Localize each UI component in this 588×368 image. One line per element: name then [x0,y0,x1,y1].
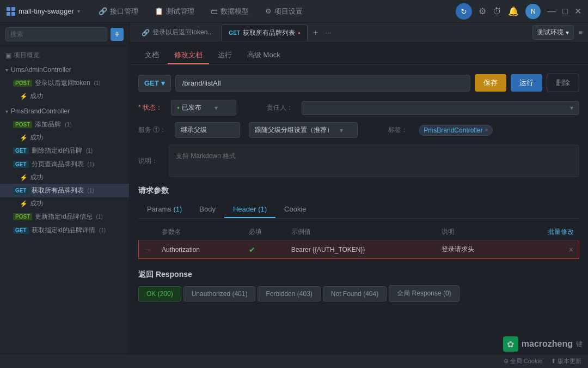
main-area: + ▣ 项目概览 ▾ UmsAdminController POST 登录以后返… [0,23,588,354]
method-selector[interactable]: GET ▾ [138,75,171,92]
sidebar-item-page-brand[interactable]: GET 分页查询品牌列表 (1) [0,158,129,171]
row-delete-icon[interactable]: × [569,245,573,254]
env-selector[interactable]: 测试环境 ▾ [532,25,574,40]
nav-right: ↻ ⚙ ⏱ 🔔 N — □ ✕ [456,3,581,20]
sub-tab-doc[interactable]: 文档 [138,47,166,64]
sidebar-subitem-success-4[interactable]: ⚡ 成功 [0,197,129,210]
sidebar-item-delete-brand[interactable]: GET 删除指定id的品牌 (1) [0,144,129,158]
col-batch[interactable]: 批量修改 [513,224,579,240]
method-badge-post-3: POST [13,213,32,220]
col-toggle [139,224,157,240]
subitem-label-3: 成功 [30,173,43,182]
bell-icon[interactable]: 🔔 [508,6,519,16]
method-badge-get-1: GET [13,147,29,154]
nav-tab-api[interactable]: 🔗 接口管理 [91,3,146,20]
gear-icon[interactable]: ⚙ [479,6,486,16]
col-example: 示例值 [286,224,436,240]
sub-tab-run[interactable]: 运行 [211,47,238,64]
response-tabs: OK (200) Unauthorized (401) Forbidden (4… [138,285,579,302]
response-tab-global-label: 全局 Response (0) [397,289,451,297]
lightning-icon-3: ⚡ [20,174,28,182]
params-tab-header[interactable]: Header (1) [224,201,275,218]
service-inherit-select[interactable]: 继承父级 [175,122,240,138]
tab-more-button[interactable]: ··· [323,28,334,37]
tab-right-area: 测试环境 ▾ ≡ [532,25,583,40]
top-navbar: mall-tiny-swagger ▾ 🔗 接口管理 📋 测试管理 🗃 数据模型… [0,0,588,23]
tag-close-button[interactable]: × [485,127,488,133]
delete-button[interactable]: 删除 [547,74,579,92]
cell-desc[interactable]: 登录请求头 [436,240,513,259]
group-header-ums[interactable]: ▾ UmsAdminController [0,63,129,76]
response-tab-401[interactable]: Unauthorized (401) [183,286,256,301]
sub-tab-edit[interactable]: 修改文档 [168,47,209,64]
editor-area: GET ▾ 保存 运行 删除 * 状态： ● 已发布 ▾ 责任人： ▾ [130,65,588,354]
responsibility-select[interactable]: ▾ [302,101,579,115]
desc-box [169,144,579,177]
cell-name[interactable]: Authorization [156,240,243,259]
url-input[interactable] [175,75,470,92]
params-tab-cookie[interactable]: Cookie [275,201,315,218]
sub-tab-edit-label: 修改文档 [174,51,203,59]
maximize-icon[interactable]: □ [562,7,568,16]
sidebar-subitem-success-1[interactable]: ⚡ 成功 [0,90,129,102]
nav-tab-test[interactable]: 📋 测试管理 [147,3,202,20]
menu-icon[interactable]: ≡ [578,28,583,37]
params-tab-body[interactable]: Body [191,201,224,218]
params-tab-body-label: Body [199,205,216,213]
response-tab-404[interactable]: Not Found (404) [323,286,387,301]
method-chevron: ▾ [161,79,165,87]
sidebar-item-add-brand[interactable]: POST 添加品牌 (1) [0,118,129,131]
service-group-select[interactable]: 跟随父级分组设置（推荐） ▾ [249,122,358,138]
status-select[interactable]: ● 已发布 ▾ [171,100,236,116]
response-tab-403[interactable]: Forbidden (403) [258,286,320,301]
group-header-pms[interactable]: ▾ PmsBrandController [0,105,129,118]
refresh-button[interactable]: ↻ [456,3,472,20]
params-tab-header-count: (1) [258,205,267,213]
app-logo[interactable]: mall-tiny-swagger ▾ [7,7,80,16]
status-row: * 状态： ● 已发布 ▾ 责任人： ▾ [138,100,579,116]
params-tab-cookie-label: Cookie [284,205,306,213]
sub-tab-mock[interactable]: 高级 Mock [241,47,287,64]
save-button[interactable]: 保存 [475,74,506,92]
desc-input[interactable] [176,152,572,160]
response-tab-global[interactable]: 全局 Response (0) [389,285,459,302]
history-icon[interactable]: ⏱ [493,7,501,16]
response-tab-200[interactable]: OK (200) [138,286,181,301]
cell-toggle[interactable]: — [139,240,157,259]
nav-tab-model[interactable]: 🗃 数据模型 [203,3,256,20]
sidebar-item-brand-detail[interactable]: GET 获取指定id的品牌详情 (1) [0,224,129,237]
batch-modify-button[interactable]: 批量修改 [548,228,574,236]
sidebar-item-update-brand[interactable]: POST 更新指定id品牌信息 (1) [0,210,129,224]
cell-example[interactable]: Bearer {{AUTH_TOKEN}} [286,240,436,259]
item-count-7: (1) [99,227,106,233]
sidebar-item-all-brands[interactable]: GET 获取所有品牌列表 (1) [0,184,129,197]
tab-login[interactable]: 🔗 登录以后返回token... [135,25,219,40]
run-button[interactable]: 运行 [511,74,542,92]
user-avatar[interactable]: N [525,4,541,19]
item-label-all-brands: 获取所有品牌列表 [32,186,84,195]
method-badge-get-3: GET [13,187,29,194]
sub-tab-run-label: 运行 [218,51,232,59]
close-icon[interactable]: ✕ [574,6,581,16]
search-input[interactable] [5,27,107,41]
sidebar-overview[interactable]: ▣ 项目概览 [0,46,129,62]
add-button[interactable]: + [111,28,124,41]
watermark-sub: 键 [576,340,583,349]
params-tab-params[interactable]: Params (1) [138,201,191,218]
sidebar-subitem-success-2[interactable]: ⚡ 成功 [0,131,129,144]
response-tab-401-label: Unauthorized (401) [192,290,248,298]
cell-delete[interactable]: × [513,240,579,259]
nav-tab-settings[interactable]: ⚙ 项目设置 [258,3,310,20]
minimize-icon[interactable]: — [547,7,556,16]
sidebar-item-login[interactable]: POST 登录以后返回token (1) [0,76,129,90]
global-cookie-link[interactable]: ⊕ 全局 Cookie [504,357,542,365]
table-row: — Authorization ✔ Bearer {{AUTH_TOKEN}} … [139,240,579,259]
service-group-chevron: ▾ [340,126,343,134]
version-update-link[interactable]: ⬆ 版本更新 [551,357,581,365]
tab-brands[interactable]: GET 获取所有品牌列表 ● [222,25,307,41]
desc-row: 说明： [138,144,579,177]
sidebar-subitem-success-3[interactable]: ⚡ 成功 [0,171,129,184]
tab-add-button[interactable]: + [310,28,321,38]
subitem-label-4: 成功 [30,199,43,208]
tab-method-badge: GET [229,30,240,36]
